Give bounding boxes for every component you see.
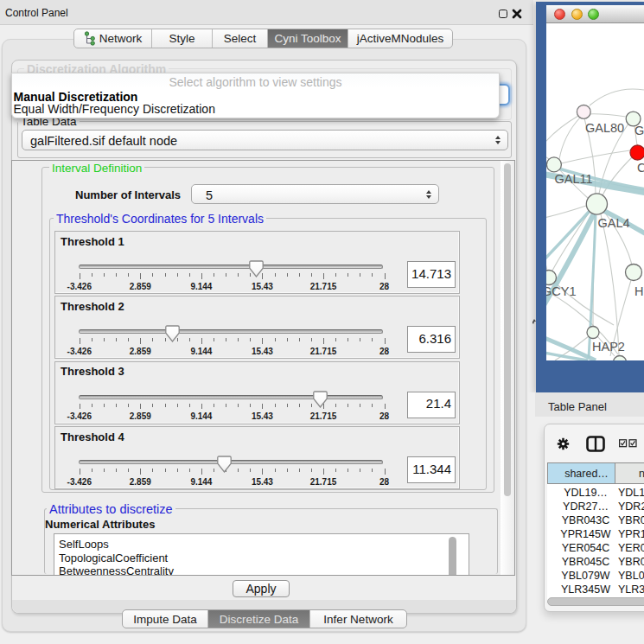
- svg-text:GAL80: GAL80: [585, 121, 624, 135]
- svg-text:HAP2: HAP2: [592, 340, 625, 354]
- svg-text:GAL11: GAL11: [555, 172, 593, 186]
- svg-text:GCY1: GCY1: [546, 284, 577, 298]
- svg-text:G.: G.: [634, 124, 644, 137]
- svg-text:H: H: [634, 284, 643, 298]
- svg-text:GAL4: GAL4: [598, 216, 630, 230]
- svg-text:C.: C.: [637, 161, 644, 175]
